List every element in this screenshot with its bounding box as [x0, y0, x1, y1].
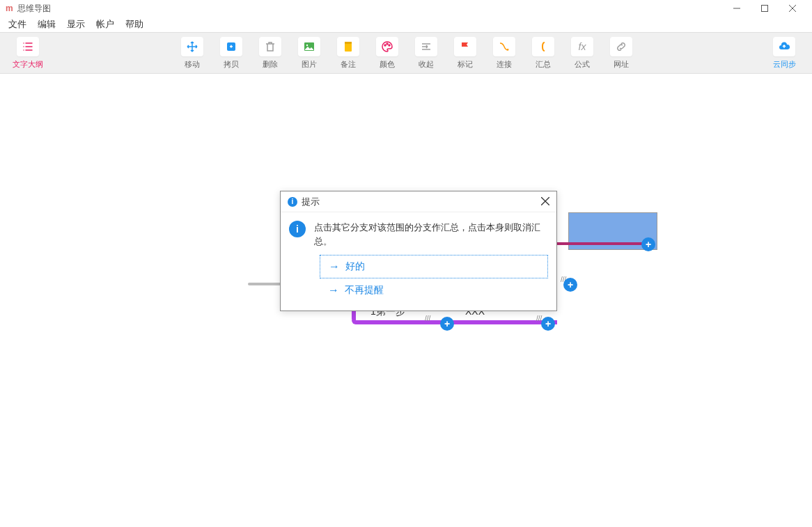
add-child-button[interactable]: + [641, 237, 655, 251]
add-child-button[interactable]: + [541, 317, 555, 331]
move-label: 移动 [185, 59, 200, 70]
dont-remind-label: 不再提醒 [345, 284, 384, 297]
ok-label: 好的 [345, 260, 365, 273]
maximize-button[interactable] [751, 0, 779, 17]
info-icon: i [288, 197, 297, 207]
mindmap-canvas[interactable]: + /// + 1第一步 XXX /// + /// + i 提示 i 点击其它… [0, 74, 812, 527]
formula-icon: fx [571, 37, 593, 56]
image-label: 图片 [302, 59, 317, 70]
menu-view[interactable]: 显示 [61, 17, 91, 32]
cloud-label: 云同步 [773, 59, 796, 70]
outline-label: 文字大纲 [13, 59, 43, 70]
app-icon: m [6, 3, 13, 13]
url-label: 网址 [614, 59, 629, 70]
dialog-title: 提示 [302, 196, 320, 208]
dialog-body: i 点击其它分支对该范围的分支作汇总，点击本身则取消汇总。 → 好的 → 不再提… [281, 212, 556, 310]
summary-button[interactable]: 汇总 [526, 36, 560, 70]
svg-rect-1 [762, 6, 768, 12]
summary-label: 汇总 [536, 59, 551, 70]
menu-file[interactable]: 文件 [3, 17, 32, 32]
move-button[interactable]: 移动 [175, 36, 209, 70]
note-label: 备注 [341, 59, 356, 70]
add-child-button[interactable]: + [563, 278, 577, 292]
dialog-header: i 提示 [281, 191, 556, 212]
cloud-icon [773, 37, 795, 56]
trash-icon [259, 37, 281, 56]
summary-icon [532, 37, 554, 56]
menu-account[interactable]: 帐户 [91, 17, 120, 32]
dialog-close-button[interactable] [541, 196, 549, 208]
close-icon [789, 5, 796, 12]
arrow-right-icon: → [328, 284, 339, 297]
list-icon [17, 37, 39, 56]
collapse-icon [415, 37, 437, 56]
hint-dialog: i 提示 i 点击其它分支对该范围的分支作汇总，点击本身则取消汇总。 → 好的 … [280, 191, 557, 311]
formula-label: 公式 [575, 59, 590, 70]
url-icon [610, 37, 632, 56]
svg-rect-12 [231, 45, 232, 47]
node-handle[interactable]: /// [425, 315, 430, 322]
flag-label: 标记 [458, 59, 473, 70]
branch-edge-pink [550, 242, 655, 245]
cloud-sync-button[interactable]: 云同步 [767, 36, 801, 70]
close-button[interactable] [779, 0, 806, 17]
copy-icon [220, 37, 242, 56]
delete-button[interactable]: 删除 [253, 36, 287, 70]
image-button[interactable]: 图片 [292, 36, 326, 70]
menu-edit[interactable]: 编辑 [32, 17, 61, 32]
flag-icon [454, 37, 476, 56]
image-icon [298, 37, 320, 56]
menu-bar: 文件 编辑 显示 帐户 帮助 [0, 17, 812, 32]
formula-button[interactable]: fx 公式 [565, 36, 599, 70]
collapse-label: 收起 [419, 59, 434, 70]
menu-help[interactable]: 帮助 [120, 17, 149, 32]
link-icon [493, 37, 515, 56]
toolbar: 文字大纲 移动 拷贝 删除 图片 备注 颜色 [0, 32, 812, 74]
arrow-right-icon: → [329, 260, 340, 273]
ok-button[interactable]: → 好的 [320, 255, 548, 278]
svg-point-14 [306, 44, 308, 45]
info-icon: i [289, 221, 306, 237]
maximize-icon [761, 5, 768, 12]
svg-point-18 [387, 43, 388, 45]
palette-icon [376, 37, 398, 56]
collapse-button[interactable]: 收起 [409, 36, 443, 70]
title-bar: m 思维导图 [0, 0, 812, 17]
add-child-button[interactable]: + [440, 317, 454, 331]
minimize-button[interactable] [723, 0, 751, 17]
move-icon [181, 37, 203, 56]
copy-button[interactable]: 拷贝 [214, 36, 248, 70]
link-button[interactable]: 连接 [487, 36, 521, 70]
outline-button[interactable]: 文字大纲 [11, 36, 45, 70]
color-label: 颜色 [380, 59, 395, 70]
url-button[interactable]: 网址 [604, 36, 638, 70]
delete-label: 删除 [263, 59, 278, 70]
dont-remind-button[interactable]: → 不再提醒 [320, 278, 548, 302]
note-icon [337, 37, 359, 56]
color-button[interactable]: 颜色 [370, 36, 404, 70]
copy-label: 拷贝 [224, 59, 239, 70]
dialog-message: 点击其它分支对该范围的分支作汇总，点击本身则取消汇总。 [314, 221, 548, 248]
close-icon [541, 197, 549, 205]
svg-point-19 [389, 45, 390, 46]
link-label: 连接 [497, 59, 512, 70]
flag-button[interactable]: 标记 [448, 36, 482, 70]
minimize-icon [733, 5, 740, 12]
svg-rect-16 [345, 42, 352, 44]
window-title: 思维导图 [17, 3, 51, 15]
note-button[interactable]: 备注 [331, 36, 365, 70]
svg-point-17 [384, 45, 386, 46]
